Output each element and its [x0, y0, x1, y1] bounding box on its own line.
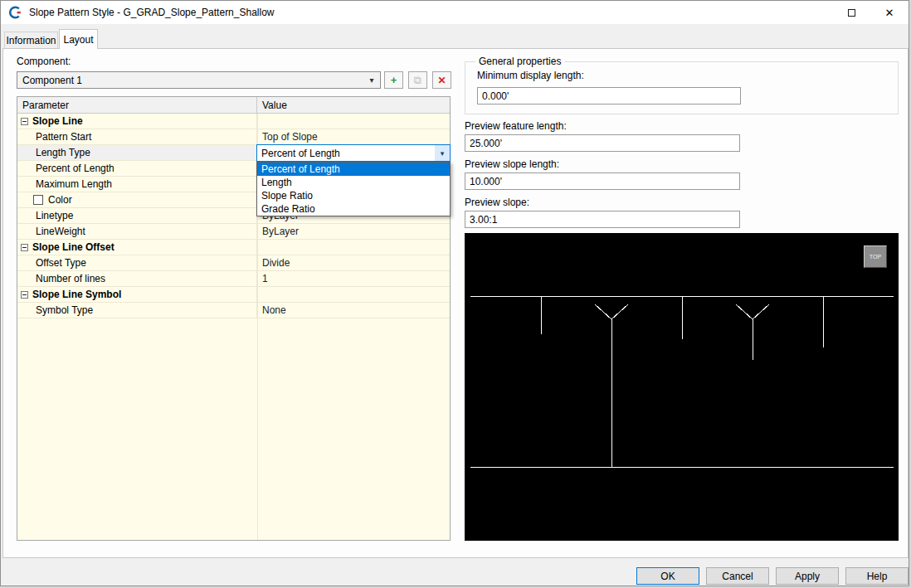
parameter-column-header: Parameter	[17, 97, 257, 113]
param-value: ByLayer	[257, 224, 450, 239]
minimum-display-length-label: Minimum display length:	[477, 70, 584, 81]
tab-information[interactable]: Information	[4, 32, 58, 48]
collapse-icon[interactable]	[21, 244, 28, 251]
layout-tab-page: Component: Component 1 ▾ + ⧉ ✕ Parameter…	[2, 48, 909, 558]
minimum-display-length-input[interactable]	[477, 87, 741, 104]
close-button[interactable]: ✕	[870, 1, 909, 24]
row-number-of-lines[interactable]: Number of lines 1	[17, 271, 450, 287]
param-label: Pattern Start	[36, 131, 91, 143]
ok-button[interactable]: OK	[636, 567, 699, 585]
row-offset-type[interactable]: Offset Type Divide	[17, 255, 450, 271]
copy-icon: ⧉	[414, 74, 421, 87]
row-slope-line-symbol[interactable]: Slope Line Symbol	[17, 287, 450, 303]
table-header: Parameter Value	[17, 97, 450, 114]
plus-icon: +	[391, 74, 397, 86]
component-combobox[interactable]: Component 1 ▾	[17, 71, 381, 89]
component-label: Component:	[17, 56, 71, 67]
param-label: Length Type	[36, 147, 90, 158]
preview-slope-length-input[interactable]	[465, 173, 740, 190]
slope-pattern-preview-svg	[465, 233, 899, 541]
app-icon	[8, 6, 22, 19]
general-properties-group: General properties Minimum display lengt…	[465, 61, 899, 114]
collapse-icon[interactable]	[21, 291, 28, 299]
collapse-icon[interactable]	[21, 118, 28, 125]
chevron-down-icon[interactable]: ▾	[435, 145, 450, 161]
close-icon: ✕	[885, 7, 894, 18]
preview-slope-input[interactable]	[465, 211, 740, 228]
delete-icon: ✕	[437, 75, 446, 86]
param-label: Offset Type	[36, 257, 86, 269]
param-label: Slope Line Symbol	[32, 289, 121, 300]
slope-pattern-preview: TOP	[465, 233, 899, 541]
param-value	[257, 114, 450, 129]
chevron-down-icon: ▾	[363, 75, 380, 85]
length-type-dropdown-list: Percent of Length Length Slope Ratio Gra…	[256, 162, 451, 216]
param-value	[257, 240, 450, 255]
row-symbol-type[interactable]: Symbol Type None	[17, 303, 450, 318]
value-column-header: Value	[257, 100, 450, 111]
param-label: Slope Line Offset	[32, 241, 114, 253]
editor-value: Percent of Length	[257, 148, 340, 159]
maximize-button[interactable]	[832, 1, 870, 24]
param-value: Divide	[257, 255, 450, 270]
copy-component-button[interactable]: ⧉	[408, 71, 427, 89]
preview-feature-length-input[interactable]	[465, 134, 740, 152]
param-label: LineWeight	[36, 226, 85, 237]
delete-component-button[interactable]: ✕	[432, 71, 451, 89]
preview-feature-length-label: Preview feature length:	[465, 120, 567, 132]
titlebar: Slope Pattern Style - G_GRAD_Slope_Patte…	[1, 1, 909, 24]
length-type-editor-combobox[interactable]: Percent of Length ▾	[256, 144, 451, 162]
param-value: 1	[257, 271, 450, 286]
preview-slope-length-label: Preview slope length:	[465, 158, 559, 170]
param-label: Percent of Length	[36, 163, 114, 174]
top-button-label: TOP	[870, 254, 881, 260]
maximize-icon	[848, 9, 855, 17]
help-button[interactable]: Help	[845, 567, 909, 585]
apply-button[interactable]: Apply	[776, 567, 839, 585]
dropdown-option-percent-of-length[interactable]: Percent of Length	[257, 163, 450, 176]
dropdown-option-length[interactable]: Length	[257, 176, 450, 189]
param-value: Top of Slope	[257, 129, 450, 144]
row-slope-line-offset[interactable]: Slope Line Offset	[17, 240, 450, 255]
param-label: Color	[48, 194, 72, 206]
row-lineweight[interactable]: LineWeight ByLayer	[17, 224, 450, 240]
param-label: Maximum Length	[36, 178, 112, 190]
row-slope-line[interactable]: Slope Line	[17, 114, 450, 129]
dropdown-option-grade-ratio[interactable]: Grade Ratio	[257, 202, 450, 216]
dropdown-option-slope-ratio[interactable]: Slope Ratio	[257, 189, 450, 202]
window-controls: ✕	[832, 1, 909, 24]
param-value: None	[257, 303, 450, 318]
param-label: Slope Line	[32, 115, 83, 127]
row-pattern-start[interactable]: Pattern Start Top of Slope	[17, 129, 450, 145]
component-value: Component 1	[17, 75, 82, 86]
view-orientation-top-button[interactable]: TOP	[864, 245, 887, 268]
cancel-button[interactable]: Cancel	[706, 567, 769, 585]
add-component-button[interactable]: +	[384, 71, 403, 89]
window-title: Slope Pattern Style - G_GRAD_Slope_Patte…	[29, 7, 275, 18]
slope-pattern-style-dialog: Slope Pattern Style - G_GRAD_Slope_Patte…	[0, 0, 909, 586]
preview-slope-label: Preview slope:	[465, 197, 529, 208]
color-checkbox[interactable]	[33, 195, 43, 205]
general-properties-title: General properties	[475, 56, 564, 67]
param-value	[257, 287, 450, 302]
param-label: Linetype	[36, 210, 73, 221]
param-label: Symbol Type	[36, 304, 93, 316]
param-label: Number of lines	[36, 273, 105, 284]
tab-layout[interactable]: Layout	[59, 29, 98, 49]
